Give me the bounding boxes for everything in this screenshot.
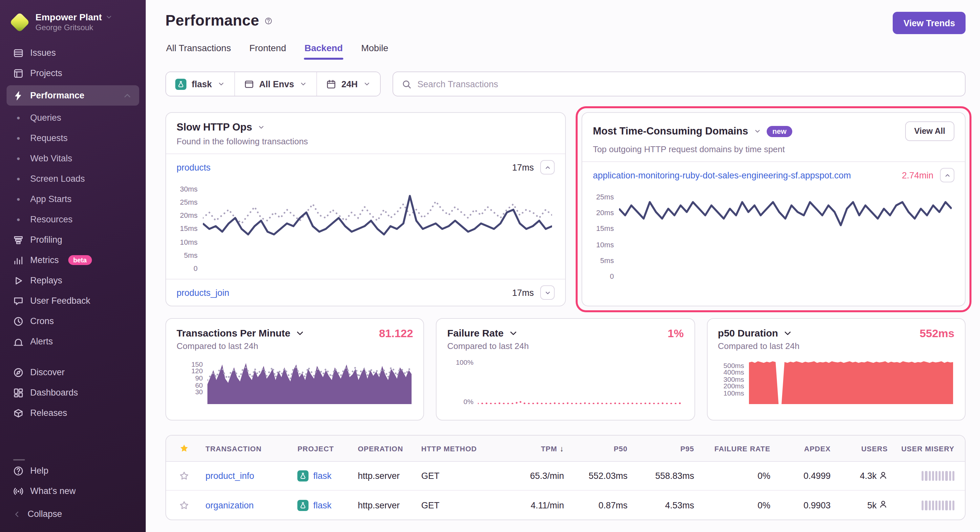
transaction-link[interactable]: product_info bbox=[205, 471, 255, 481]
sidebar-item-label: Profiling bbox=[30, 235, 62, 245]
bullet-icon: • bbox=[13, 113, 24, 123]
column-header-apdex[interactable]: APDEX bbox=[770, 445, 830, 452]
sidebar-item-releases[interactable]: Releases bbox=[6, 403, 139, 423]
column-header-label: TRANSACTION bbox=[205, 445, 262, 452]
bullet-icon: • bbox=[13, 214, 24, 224]
operation-cell: http.server bbox=[358, 471, 421, 481]
user-icon bbox=[879, 471, 888, 479]
column-header-p95[interactable]: P95 bbox=[627, 445, 694, 452]
sidebar-item-alerts[interactable]: Alerts bbox=[6, 331, 139, 352]
sidebar-item-dashboards[interactable]: Dashboards bbox=[6, 383, 139, 403]
view-trends-button[interactable]: View Trends bbox=[893, 12, 966, 34]
sidebar-item-user-feedback[interactable]: User Feedback bbox=[6, 291, 139, 311]
sidebar-item-profiling[interactable]: Profiling bbox=[6, 230, 139, 250]
column-header-http-method[interactable]: HTTP METHOD bbox=[422, 445, 494, 452]
y-tick-label: 25ms bbox=[180, 199, 197, 206]
sidebar-item-app-starts[interactable]: •App Starts bbox=[6, 189, 139, 209]
sidebar-item-label: User Feedback bbox=[30, 296, 90, 306]
column-header-label: TPM bbox=[541, 445, 557, 452]
column-header-operation[interactable]: OPERATION bbox=[358, 445, 421, 452]
star-column-header[interactable] bbox=[171, 443, 205, 453]
widget-value: 81.122 bbox=[379, 327, 413, 340]
tab-mobile[interactable]: Mobile bbox=[360, 40, 389, 60]
column-header-transaction[interactable]: TRANSACTION bbox=[205, 445, 298, 452]
sidebar-item-label: Queries bbox=[30, 113, 61, 123]
project-link[interactable]: flask bbox=[313, 500, 331, 510]
transaction-link[interactable]: application-monitoring-ruby-dot-sales-en… bbox=[593, 170, 851, 180]
p50-duration-title-dropdown[interactable]: p50 Duration bbox=[718, 327, 955, 338]
org-switcher[interactable]: Empower Plant George Gritsouk bbox=[0, 9, 146, 37]
sidebar-item-replays[interactable]: Replays bbox=[6, 270, 139, 291]
column-header-user-misery[interactable]: USER MISERY bbox=[888, 445, 955, 452]
p50-duration-chart: 500ms400ms300ms200ms100ms bbox=[718, 359, 955, 405]
sidebar-item-crons[interactable]: Crons bbox=[6, 311, 139, 331]
sidebar-item-label: Requests bbox=[30, 133, 68, 143]
collapse-button[interactable] bbox=[940, 168, 955, 183]
search-input[interactable] bbox=[417, 79, 956, 89]
transactions-per-minute-title-dropdown[interactable]: Transactions Per Minute bbox=[177, 327, 413, 338]
tab-backend[interactable]: Backend bbox=[304, 40, 344, 60]
sidebar-item-requests[interactable]: •Requests bbox=[6, 128, 139, 148]
widget-title: Most Time-Consuming Domains bbox=[593, 125, 748, 137]
chevron-down-icon bbox=[299, 80, 307, 88]
chevron-down-icon bbox=[754, 127, 761, 135]
sidebar-item-metrics[interactable]: Metricsbeta bbox=[6, 250, 139, 270]
slow-http-ops-title-dropdown[interactable]: Slow HTTP Ops bbox=[177, 121, 555, 133]
y-axis-labels: 100%0% bbox=[447, 359, 474, 405]
sidebar-item-queries[interactable]: •Queries bbox=[6, 108, 139, 128]
p50-duration-widget: p50 Duration552msCompared to last 24h500… bbox=[706, 318, 966, 421]
transaction-link[interactable]: products_join bbox=[177, 287, 229, 297]
y-tick-label: 30ms bbox=[180, 186, 197, 193]
y-tick-label: 10ms bbox=[180, 238, 197, 246]
chevron-up-icon bbox=[122, 90, 133, 101]
column-header-label: P50 bbox=[614, 445, 627, 452]
duration-value: 2.74min bbox=[902, 170, 933, 180]
sidebar-item-discover[interactable]: Discover bbox=[6, 362, 139, 383]
chart-canvas bbox=[749, 359, 953, 404]
sidebar-item-web-vitals[interactable]: •Web Vitals bbox=[6, 148, 139, 168]
transaction-link[interactable]: organization bbox=[205, 500, 254, 510]
chevron-left-icon bbox=[13, 510, 21, 518]
column-header-tpm[interactable]: TPM↓ bbox=[494, 444, 564, 453]
chart-canvas bbox=[203, 187, 552, 270]
column-header-users[interactable]: USERS bbox=[830, 445, 888, 452]
column-header-label: FAILURE RATE bbox=[714, 445, 771, 452]
collapse-button[interactable] bbox=[540, 160, 555, 175]
sidebar-item-issues[interactable]: Issues bbox=[6, 43, 139, 63]
column-header-failure-rate[interactable]: FAILURE RATE bbox=[694, 445, 770, 452]
favorite-star-button[interactable] bbox=[171, 471, 205, 481]
tab-all-transactions[interactable]: All Transactions bbox=[165, 40, 232, 60]
column-header-project[interactable]: PROJECT bbox=[298, 445, 358, 452]
sidebar-item-label: What's new bbox=[30, 486, 76, 496]
sentry-performance-app: Empower Plant George Gritsouk IssuesProj… bbox=[0, 0, 980, 532]
favorite-star-button[interactable] bbox=[171, 500, 205, 510]
failure-rate-title-dropdown[interactable]: Failure Rate bbox=[447, 327, 684, 338]
sidebar-item-label: App Starts bbox=[30, 194, 72, 204]
sidebar-item-performance[interactable]: Performance bbox=[6, 85, 139, 106]
chart-plot bbox=[619, 195, 952, 278]
flask-project-icon bbox=[298, 470, 309, 481]
transaction-link[interactable]: products bbox=[177, 162, 211, 172]
sidebar-item-help[interactable]: Help bbox=[6, 461, 139, 481]
environment-filter-dropdown[interactable]: All Envs bbox=[235, 72, 317, 96]
main-content: Performance View Trends All Transactions… bbox=[146, 0, 980, 532]
date-range-filter-dropdown[interactable]: 24H bbox=[317, 72, 380, 96]
sidebar-item-resources[interactable]: •Resources bbox=[6, 209, 139, 230]
tab-frontend[interactable]: Frontend bbox=[249, 40, 287, 60]
sidebar-item-what-s-new[interactable]: What's new bbox=[6, 481, 139, 501]
performance-icon bbox=[13, 90, 24, 101]
y-tick-label: 60 bbox=[195, 382, 203, 389]
project-filter-dropdown[interactable]: flask bbox=[166, 72, 235, 96]
domains-title-dropdown[interactable]: Most Time-Consuming Domains new bbox=[593, 125, 792, 137]
sidebar-item-projects[interactable]: Projects bbox=[6, 63, 139, 83]
flask-icon bbox=[299, 472, 307, 480]
column-header-p50[interactable]: P50 bbox=[564, 445, 627, 452]
sidebar-item-screen-loads[interactable]: •Screen Loads bbox=[6, 168, 139, 189]
org-user-name: George Gritsouk bbox=[35, 23, 113, 32]
view-all-button[interactable]: View All bbox=[905, 121, 955, 141]
expand-button[interactable] bbox=[540, 285, 555, 300]
project-link[interactable]: flask bbox=[313, 471, 331, 481]
sidebar-item-label: Dashboards bbox=[30, 387, 78, 397]
sidebar-collapse-button[interactable]: Collapse bbox=[0, 501, 146, 527]
user-misery-cell bbox=[888, 500, 955, 510]
